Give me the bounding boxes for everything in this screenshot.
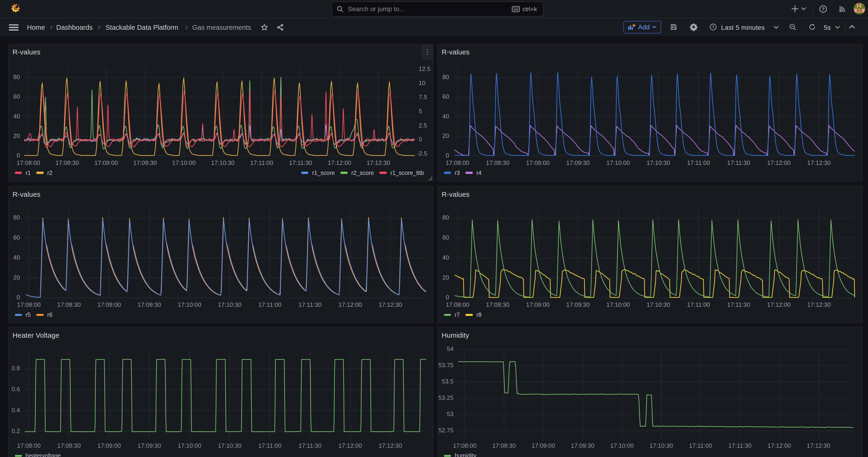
svg-text:17:11:30: 17:11:30 <box>299 442 321 449</box>
svg-text:80: 80 <box>13 214 20 221</box>
svg-text:0.2: 0.2 <box>11 427 20 434</box>
svg-text:0: 0 <box>17 152 20 159</box>
svg-text:12.5: 12.5 <box>418 65 431 72</box>
svg-text:17:08:30: 17:08:30 <box>486 301 509 308</box>
svg-text:17:11:30: 17:11:30 <box>299 301 321 308</box>
svg-text:54: 54 <box>447 345 454 352</box>
svg-text:60: 60 <box>442 234 449 241</box>
svg-text:17:11:30: 17:11:30 <box>727 301 750 308</box>
svg-text:17:09:00: 17:09:00 <box>526 301 550 308</box>
svg-text:17:10:00: 17:10:00 <box>178 301 201 308</box>
svg-text:60: 60 <box>13 234 20 241</box>
svg-text:17:10:30: 17:10:30 <box>218 442 241 449</box>
svg-text:53.25: 53.25 <box>438 394 454 401</box>
svg-text:40: 40 <box>442 254 449 261</box>
svg-text:17:12:30: 17:12:30 <box>379 442 402 449</box>
svg-text:17:10:30: 17:10:30 <box>647 159 670 166</box>
svg-text:17:11:00: 17:11:00 <box>258 442 281 449</box>
svg-text:17:08:00: 17:08:00 <box>445 301 469 308</box>
svg-text:80: 80 <box>442 214 449 221</box>
svg-text:17:10:00: 17:10:00 <box>610 442 634 449</box>
svg-text:17:09:30: 17:09:30 <box>137 442 161 449</box>
svg-text:17:08:00: 17:08:00 <box>445 159 469 166</box>
svg-text:17:10:30: 17:10:30 <box>647 301 670 308</box>
svg-text:17:09:30: 17:09:30 <box>571 442 594 449</box>
svg-text:17:12:30: 17:12:30 <box>367 159 390 166</box>
svg-text:7.5: 7.5 <box>418 93 427 100</box>
svg-text:17:08:30: 17:08:30 <box>57 442 81 449</box>
svg-text:17:11:00: 17:11:00 <box>258 301 281 308</box>
svg-text:17:08:00: 17:08:00 <box>17 159 40 166</box>
svg-text:10: 10 <box>418 79 425 86</box>
svg-text:17:10:00: 17:10:00 <box>178 442 201 449</box>
svg-text:2.5: 2.5 <box>418 122 427 129</box>
svg-text:53: 53 <box>447 410 454 418</box>
svg-text:17:09:30: 17:09:30 <box>137 301 161 308</box>
svg-text:17:12:00: 17:12:00 <box>338 301 362 308</box>
svg-text:17:11:00: 17:11:00 <box>250 159 273 166</box>
svg-text:17:08:30: 17:08:30 <box>56 159 79 166</box>
svg-text:17:11:00: 17:11:00 <box>687 301 710 308</box>
svg-text:17:10:00: 17:10:00 <box>607 159 630 166</box>
svg-text:20: 20 <box>442 132 449 139</box>
svg-text:17:09:30: 17:09:30 <box>566 301 590 308</box>
svg-text:0: 0 <box>446 294 449 301</box>
svg-text:0.8: 0.8 <box>11 365 20 372</box>
svg-text:17:11:30: 17:11:30 <box>728 442 751 449</box>
svg-text:17:10:30: 17:10:30 <box>218 301 241 308</box>
svg-text:17:08:30: 17:08:30 <box>492 442 516 449</box>
svg-text:17:09:00: 17:09:00 <box>532 442 555 449</box>
svg-text:17:08:00: 17:08:00 <box>453 442 476 449</box>
svg-text:17:10:30: 17:10:30 <box>650 442 673 449</box>
svg-text:17:11:30: 17:11:30 <box>289 159 312 166</box>
svg-text:17:08:00: 17:08:00 <box>17 442 40 449</box>
svg-text:0.4: 0.4 <box>11 406 20 414</box>
svg-text:17:12:00: 17:12:00 <box>328 159 351 166</box>
svg-text:40: 40 <box>442 113 449 120</box>
svg-text:17:08:30: 17:08:30 <box>57 301 81 308</box>
svg-text:17:09:00: 17:09:00 <box>94 159 118 166</box>
svg-text:5: 5 <box>418 108 422 115</box>
svg-text:17:09:00: 17:09:00 <box>97 301 121 308</box>
svg-text:20: 20 <box>442 274 449 281</box>
svg-text:80: 80 <box>442 73 449 80</box>
svg-text:17:09:00: 17:09:00 <box>526 159 550 166</box>
svg-text:17:10:30: 17:10:30 <box>211 159 235 166</box>
svg-text:20: 20 <box>13 132 20 139</box>
svg-text:17:12:30: 17:12:30 <box>379 301 402 308</box>
svg-text:17:12:00: 17:12:00 <box>338 442 362 449</box>
svg-text:40: 40 <box>13 254 20 261</box>
svg-text:?: ? <box>822 6 825 11</box>
svg-text:17:12:30: 17:12:30 <box>807 301 831 308</box>
svg-text:17:10:00: 17:10:00 <box>172 159 196 166</box>
svg-text:20: 20 <box>13 274 20 281</box>
svg-text:17:11:00: 17:11:00 <box>687 159 710 166</box>
svg-text:53.5: 53.5 <box>442 378 454 385</box>
svg-text:17:09:30: 17:09:30 <box>133 159 157 166</box>
svg-text:17:12:00: 17:12:00 <box>767 159 790 166</box>
svg-text:40: 40 <box>13 113 20 120</box>
svg-text:17:08:30: 17:08:30 <box>486 159 509 166</box>
svg-text:17:09:00: 17:09:00 <box>97 442 121 449</box>
svg-text:17:12:00: 17:12:00 <box>768 442 791 449</box>
svg-text:0: 0 <box>446 152 449 159</box>
svg-text:17:11:30: 17:11:30 <box>727 159 750 166</box>
svg-text:17:08:00: 17:08:00 <box>17 301 40 308</box>
svg-text:17:12:30: 17:12:30 <box>807 442 830 449</box>
svg-text:60: 60 <box>13 93 20 100</box>
svg-text:60: 60 <box>442 93 449 100</box>
svg-text:52.75: 52.75 <box>438 427 454 434</box>
svg-text:17:12:30: 17:12:30 <box>807 159 831 166</box>
svg-text:0.6: 0.6 <box>11 386 20 393</box>
svg-text:0: 0 <box>17 294 20 301</box>
svg-text:80: 80 <box>13 73 20 80</box>
svg-text:17:10:00: 17:10:00 <box>607 301 630 308</box>
svg-text:17:09:30: 17:09:30 <box>566 159 590 166</box>
svg-text:17:11:00: 17:11:00 <box>689 442 712 449</box>
svg-text:0: 0 <box>418 135 422 143</box>
svg-text:53.75: 53.75 <box>438 362 454 369</box>
svg-text:17:12:00: 17:12:00 <box>767 301 790 308</box>
svg-text:-2.5: -2.5 <box>417 150 427 157</box>
